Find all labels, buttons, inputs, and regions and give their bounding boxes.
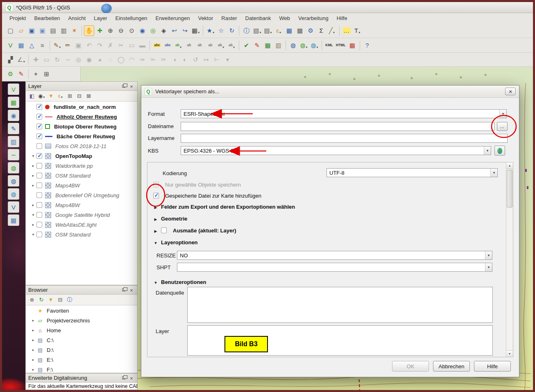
style-manager-icon[interactable]: ✶ [69, 25, 79, 36]
expand-arrow-icon[interactable] [30, 318, 36, 322]
layer-labeling-icon[interactable]: abc [152, 40, 162, 51]
expand-arrow-icon[interactable] [30, 183, 36, 187]
expand-arrow-icon[interactable] [30, 164, 36, 168]
statistics-icon[interactable]: Σ [316, 25, 326, 36]
db-manager-icon[interactable]: ▥ [273, 40, 283, 51]
layer-visibility-checkbox[interactable] [36, 202, 42, 208]
zoom-full-icon[interactable]: ◉ [137, 25, 147, 36]
add-arcgis-layer-icon[interactable]: V [8, 201, 19, 213]
section-geometry-arrow-icon[interactable] [154, 215, 158, 222]
map-tips-icon[interactable]: … [342, 25, 352, 36]
layer-item[interactable]: Altholz Oberer Reutweg [26, 112, 137, 122]
menu-web[interactable]: Web [275, 13, 294, 23]
labeling-single-icon-dropdown[interactable]: ▾ [180, 45, 181, 50]
globe-tools-icon-dropdown[interactable]: ▾ [317, 45, 318, 50]
expand-arrow-icon[interactable] [30, 232, 36, 237]
refresh-browser-icon[interactable]: ↻ [37, 295, 46, 304]
vertex-tool-icon[interactable]: ▾ [222, 54, 233, 65]
section-custom-options-title[interactable]: Benutzeroptionen [161, 279, 206, 285]
identify-features-icon[interactable]: ⓘ [241, 25, 252, 36]
rotate-label-icon[interactable]: ab▾ [216, 40, 226, 51]
bookmarks-icon-dropdown[interactable]: ▾ [213, 31, 214, 36]
layer-item[interactable]: Bäche Oberer Reutweg [26, 131, 137, 141]
check-geometries-icon[interactable]: ✔ [241, 40, 252, 51]
layer-visibility-checkbox[interactable] [36, 182, 42, 188]
layer-visibility-checkbox[interactable] [36, 124, 42, 129]
measure-icon-dropdown[interactable]: ▾ [333, 31, 335, 36]
expand-arrow-icon[interactable] [30, 348, 36, 352]
layer-visibility-checkbox[interactable] [36, 104, 42, 110]
layer-item[interactable]: OSM Standard [26, 230, 137, 239]
add-vector-layer-icon[interactable]: V [5, 40, 16, 51]
add-part-icon[interactable]: ◉ [84, 54, 94, 65]
help-icon[interactable]: ? [362, 40, 372, 51]
browser-panel-undock-button[interactable] [120, 287, 127, 293]
add-gpx-layer-icon[interactable]: ∼ [8, 149, 19, 160]
section-extent-arrow-icon[interactable] [154, 227, 158, 234]
copy-move-feature-icon[interactable]: ▭ [41, 54, 52, 65]
layer-visibility-checkbox[interactable] [36, 143, 42, 149]
add-selected-layers-icon[interactable]: ⊕ [27, 295, 36, 304]
options-icon[interactable]: ⚙ [306, 25, 316, 36]
bookmarks-icon[interactable]: ★▾ [205, 25, 215, 36]
globe-tools-icon[interactable]: ◍▾ [309, 40, 320, 51]
simplify-feature-icon[interactable]: ∼ [63, 54, 73, 65]
remove-layer-icon[interactable]: ⊠ [84, 92, 93, 101]
trim-extend-icon[interactable]: ⊢ [212, 54, 222, 65]
collapse-browser-icon[interactable]: ⊟ [56, 295, 65, 304]
web-services-icon[interactable]: ◍▾ [299, 40, 309, 51]
change-label-icon-dropdown[interactable]: ▾ [233, 45, 235, 50]
scrollbar-thumb[interactable] [507, 170, 512, 207]
select-crs-button[interactable] [494, 146, 505, 155]
section-fields-title[interactable]: Felder zum Export und deren Exportoption… [161, 204, 295, 210]
rotate-feature-icon[interactable]: ↻ [52, 54, 62, 65]
expand-all-icon[interactable]: ⊞ [65, 92, 74, 101]
cut-features-icon[interactable]: ✂ [116, 40, 126, 51]
browser-item[interactable]: ★Favoriten [26, 306, 137, 315]
new-project-icon[interactable]: ▢ [5, 25, 16, 36]
expand-arrow-icon[interactable] [30, 358, 36, 362]
filter-by-expression-icon[interactable]: ε▾ [56, 92, 65, 101]
section-extent-title[interactable]: Ausmaße (aktuell: Layer) [173, 228, 236, 234]
new-print-layout-icon[interactable]: ▤ [48, 25, 58, 36]
topology-checker-icon[interactable]: ✎ [252, 40, 262, 51]
deselect-features-icon[interactable]: ▨▾ [263, 25, 273, 36]
expand-arrow-icon[interactable] [30, 173, 36, 178]
layer-item[interactable]: OpenTopoMap [26, 151, 137, 161]
layer-visibility-checkbox[interactable] [36, 192, 42, 198]
select-by-expression-icon[interactable]: ε▾ [274, 25, 284, 36]
metasearch-icon[interactable]: ◍ [288, 40, 298, 51]
save-project-as-icon[interactable]: ▣ [37, 25, 48, 36]
menu-vektor[interactable]: Vektor [194, 13, 217, 23]
section-fields-arrow-icon[interactable] [154, 203, 158, 210]
layout-manager-icon[interactable]: ▥ [59, 25, 69, 36]
text-annotation-icon-dropdown[interactable]: ▾ [358, 31, 360, 36]
layer-visibility-checkbox[interactable] [36, 232, 42, 237]
expand-arrow-icon[interactable] [30, 328, 36, 332]
section-custom-options-arrow-icon[interactable] [154, 278, 158, 286]
browser-panel-header[interactable]: Browser [26, 286, 137, 295]
html-export-icon[interactable]: HTML [335, 40, 347, 51]
layer-visibility-checkbox[interactable] [36, 114, 42, 119]
add-delimited-text-icon[interactable]: ≡ [37, 40, 48, 51]
layer-item[interactable]: Maps4BW [26, 200, 137, 210]
current-edits-icon[interactable]: ✎▾ [52, 40, 62, 51]
toggle-editing-icon[interactable]: ✏ [63, 40, 73, 51]
scrollbar-up-icon[interactable] [506, 162, 513, 169]
processing-toolbox-icon[interactable]: ⚙ [5, 69, 16, 79]
labeling-single-icon[interactable]: ab▾ [173, 40, 184, 51]
format-combo[interactable]: ESRI-Shapedatei [181, 109, 507, 118]
add-wms-layer-icon[interactable]: ◍ [8, 162, 19, 173]
section-layer-options-arrow-icon[interactable] [154, 239, 158, 246]
add-raster-layer-icon[interactable]: ▦ [8, 97, 19, 108]
resize-combo[interactable]: NO [177, 251, 492, 260]
add-postgis-layer-icon[interactable]: ▥ [8, 136, 19, 147]
coordinate-capture-icon[interactable]: ⌖ [31, 69, 41, 79]
redo-icon[interactable]: ↷ [95, 40, 105, 51]
section-geometry-title[interactable]: Geometrie [161, 216, 187, 222]
add-virtual-layer-icon[interactable]: ▦ [8, 214, 19, 226]
save-layer-edits-icon[interactable]: ▣ [73, 40, 84, 51]
expand-arrow-icon[interactable] [30, 203, 36, 207]
rotate-label-icon-dropdown[interactable]: ▾ [222, 45, 224, 50]
extent-checkbox[interactable] [161, 228, 167, 233]
